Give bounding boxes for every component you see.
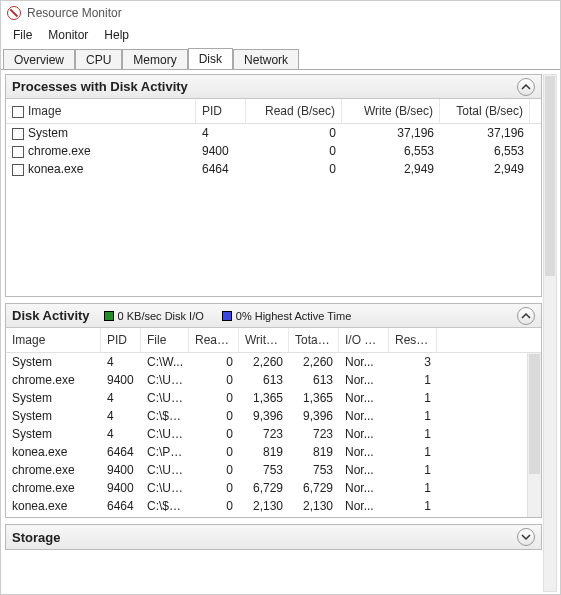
table-row[interactable]: konea.exe6464C:\Pr...0819819Nor...1 bbox=[6, 443, 527, 461]
legend-blue-text: 0% Highest Active Time bbox=[236, 310, 352, 322]
legend-green-text: 0 KB/sec Disk I/O bbox=[118, 310, 204, 322]
menu-file[interactable]: File bbox=[5, 26, 40, 44]
legend-blue-icon bbox=[222, 311, 232, 321]
panel-storage-header[interactable]: Storage bbox=[6, 525, 541, 549]
row-checkbox[interactable] bbox=[12, 164, 24, 176]
legend-green-icon bbox=[104, 311, 114, 321]
col-image[interactable]: Image bbox=[6, 328, 101, 352]
col-iopr[interactable]: I/O Pr... bbox=[339, 328, 389, 352]
panel2-rows: System4C:\W...02,2602,260Nor...3chrome.e… bbox=[6, 353, 527, 515]
app-icon bbox=[7, 6, 21, 20]
tab-disk[interactable]: Disk bbox=[188, 48, 233, 69]
app-title: Resource Monitor bbox=[27, 6, 122, 20]
col-image[interactable]: Image bbox=[6, 99, 196, 123]
header-checkbox[interactable] bbox=[12, 106, 24, 118]
chevron-up-icon bbox=[521, 311, 531, 321]
table-row[interactable]: System4C:\Us...0723723Nor...1 bbox=[6, 425, 527, 443]
tab-cpu[interactable]: CPU bbox=[75, 49, 122, 69]
col-pid[interactable]: PID bbox=[101, 328, 141, 352]
table-row[interactable]: chrome.exe9400C:\Us...06,7296,729Nor...1 bbox=[6, 479, 527, 497]
table-row[interactable]: chrome.exe9400C:\Us...0753753Nor...1 bbox=[6, 461, 527, 479]
panel-title: Processes with Disk Activity bbox=[12, 79, 188, 94]
table-row[interactable]: System4C:\W...02,2602,260Nor...3 bbox=[6, 353, 527, 371]
panel-disk-activity-header[interactable]: Disk Activity 0 KB/sec Disk I/O 0% Highe… bbox=[6, 304, 541, 328]
expand-button[interactable] bbox=[517, 528, 535, 546]
table-row[interactable]: chrome.exe940006,5536,553 bbox=[6, 142, 541, 160]
menu-monitor[interactable]: Monitor bbox=[40, 26, 96, 44]
panel-title: Storage bbox=[12, 530, 60, 545]
scrollbar-thumb[interactable] bbox=[529, 354, 540, 474]
tab-body: Processes with Disk Activity Image PID R… bbox=[1, 69, 560, 595]
col-read[interactable]: Read ... bbox=[189, 328, 239, 352]
panel-title: Disk Activity bbox=[12, 308, 90, 323]
col-read[interactable]: Read (B/sec) bbox=[246, 99, 342, 123]
menu-help[interactable]: Help bbox=[96, 26, 137, 44]
menubar: File Monitor Help bbox=[1, 25, 560, 45]
table-row[interactable]: konea.exe646402,9492,949 bbox=[6, 160, 541, 178]
col-total[interactable]: Total (B/sec) bbox=[440, 99, 530, 123]
panel1-col-headers: Image PID Read (B/sec) Write (B/sec) Tot… bbox=[6, 99, 541, 124]
row-checkbox[interactable] bbox=[12, 128, 24, 140]
tab-network[interactable]: Network bbox=[233, 49, 299, 69]
scrollbar-thumb[interactable] bbox=[545, 76, 555, 276]
panel2-body: System4C:\W...02,2602,260Nor...3chrome.e… bbox=[6, 353, 541, 517]
table-row[interactable]: System4037,19637,196 bbox=[6, 124, 541, 142]
titlebar: Resource Monitor bbox=[1, 1, 560, 25]
collapse-button[interactable] bbox=[517, 307, 535, 325]
panel-storage: Storage bbox=[5, 524, 542, 550]
panel-processes-disk-activity: Processes with Disk Activity Image PID R… bbox=[5, 74, 542, 297]
col-total[interactable]: Total ... bbox=[289, 328, 339, 352]
col-resp[interactable]: Resp... bbox=[389, 328, 437, 352]
chevron-up-icon bbox=[521, 82, 531, 92]
table-row[interactable]: System4C:\$L...09,3969,396Nor...1 bbox=[6, 407, 527, 425]
panel-processes-header[interactable]: Processes with Disk Activity bbox=[6, 75, 541, 99]
panel1-rows: System4037,19637,196chrome.exe940006,553… bbox=[6, 124, 541, 178]
table-row[interactable]: konea.exe6464C:\$L...02,1302,130Nor...1 bbox=[6, 497, 527, 515]
col-write[interactable]: Write... bbox=[239, 328, 289, 352]
panel-disk-activity: Disk Activity 0 KB/sec Disk I/O 0% Highe… bbox=[5, 303, 542, 518]
row-checkbox[interactable] bbox=[12, 146, 24, 158]
outer-scrollbar[interactable] bbox=[543, 74, 557, 592]
table-row[interactable]: System4C:\Us...01,3651,365Nor...1 bbox=[6, 389, 527, 407]
table-row[interactable]: chrome.exe9400C:\Us...0613613Nor...1 bbox=[6, 371, 527, 389]
col-file[interactable]: File bbox=[141, 328, 189, 352]
content-area: Processes with Disk Activity Image PID R… bbox=[5, 74, 542, 592]
panel2-scrollbar[interactable] bbox=[527, 353, 541, 517]
tabstrip: Overview CPU Memory Disk Network bbox=[1, 45, 560, 69]
resource-monitor-window: Resource Monitor File Monitor Help Overv… bbox=[0, 0, 561, 595]
col-write[interactable]: Write (B/sec) bbox=[342, 99, 440, 123]
tab-memory[interactable]: Memory bbox=[122, 49, 187, 69]
panel1-body: System4037,19637,196chrome.exe940006,553… bbox=[6, 124, 541, 296]
collapse-button[interactable] bbox=[517, 78, 535, 96]
chevron-down-icon bbox=[521, 532, 531, 542]
tab-overview[interactable]: Overview bbox=[3, 49, 75, 69]
panel2-col-headers: Image PID File Read ... Write... Total .… bbox=[6, 328, 541, 353]
col-pid[interactable]: PID bbox=[196, 99, 246, 123]
